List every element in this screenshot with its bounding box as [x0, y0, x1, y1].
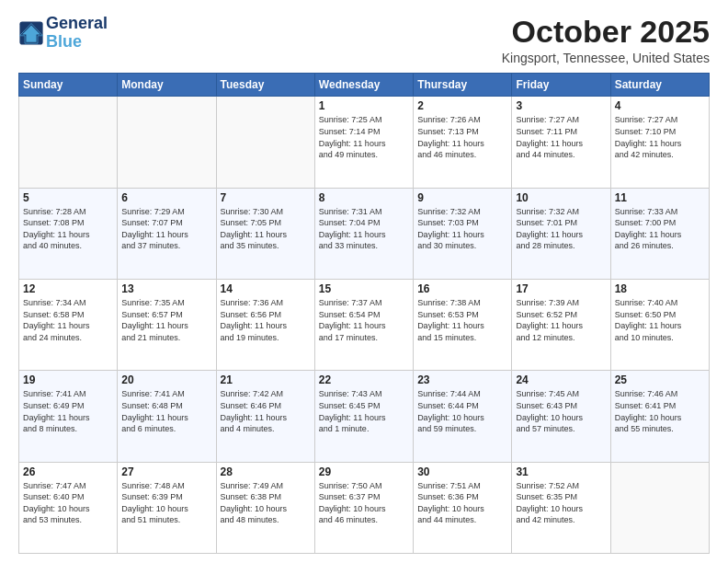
- calendar-cell-w3-d2: 13Sunrise: 7:35 AM Sunset: 6:57 PM Dayli…: [118, 280, 216, 371]
- main-title: October 2025: [502, 15, 710, 49]
- calendar-cell-w4-d6: 24Sunrise: 7:45 AM Sunset: 6:43 PM Dayli…: [512, 371, 610, 462]
- calendar-cell-w3-d6: 17Sunrise: 7:39 AM Sunset: 6:52 PM Dayli…: [512, 280, 610, 371]
- day-info: Sunrise: 7:25 AM Sunset: 7:14 PM Dayligh…: [319, 114, 409, 160]
- calendar-cell-w2-d6: 10Sunrise: 7:32 AM Sunset: 7:01 PM Dayli…: [512, 188, 610, 279]
- calendar-cell-w5-d5: 30Sunrise: 7:51 AM Sunset: 6:36 PM Dayli…: [414, 462, 512, 553]
- day-info: Sunrise: 7:42 AM Sunset: 6:46 PM Dayligh…: [221, 388, 311, 434]
- calendar-cell-w2-d2: 6Sunrise: 7:29 AM Sunset: 7:07 PM Daylig…: [118, 188, 216, 279]
- calendar-cell-w1-d4: 1Sunrise: 7:25 AM Sunset: 7:14 PM Daylig…: [314, 97, 413, 188]
- calendar-table: Sunday Monday Tuesday Wednesday Thursday…: [18, 73, 710, 554]
- day-number: 23: [417, 373, 507, 386]
- calendar-week-3: 12Sunrise: 7:34 AM Sunset: 6:58 PM Dayli…: [19, 280, 710, 371]
- col-friday: Friday: [512, 74, 610, 97]
- day-info: Sunrise: 7:33 AM Sunset: 7:00 PM Dayligh…: [615, 206, 705, 252]
- logo-text: General Blue: [46, 15, 108, 52]
- calendar-cell-w4-d3: 21Sunrise: 7:42 AM Sunset: 6:46 PM Dayli…: [216, 371, 314, 462]
- day-number: 13: [121, 282, 211, 295]
- col-tuesday: Tuesday: [216, 74, 314, 97]
- calendar-cell-w5-d3: 28Sunrise: 7:49 AM Sunset: 6:38 PM Dayli…: [216, 462, 314, 553]
- day-info: Sunrise: 7:44 AM Sunset: 6:44 PM Dayligh…: [417, 388, 507, 434]
- calendar-cell-w3-d5: 16Sunrise: 7:38 AM Sunset: 6:53 PM Dayli…: [414, 280, 512, 371]
- day-number: 6: [121, 191, 211, 204]
- logo-line2: Blue: [46, 33, 108, 52]
- day-number: 1: [319, 99, 409, 112]
- day-number: 19: [23, 373, 113, 386]
- day-info: Sunrise: 7:29 AM Sunset: 7:07 PM Dayligh…: [121, 206, 211, 252]
- day-info: Sunrise: 7:40 AM Sunset: 6:50 PM Dayligh…: [615, 297, 705, 343]
- logo-icon: [18, 20, 44, 46]
- day-number: 24: [516, 373, 606, 386]
- day-number: 3: [516, 99, 606, 112]
- day-info: Sunrise: 7:46 AM Sunset: 6:41 PM Dayligh…: [615, 388, 705, 434]
- day-number: 18: [615, 282, 705, 295]
- day-info: Sunrise: 7:45 AM Sunset: 6:43 PM Dayligh…: [516, 388, 606, 434]
- calendar-cell-w2-d5: 9Sunrise: 7:32 AM Sunset: 7:03 PM Daylig…: [414, 188, 512, 279]
- day-info: Sunrise: 7:47 AM Sunset: 6:40 PM Dayligh…: [23, 480, 113, 526]
- calendar-cell-w1-d6: 3Sunrise: 7:27 AM Sunset: 7:11 PM Daylig…: [512, 97, 610, 188]
- day-info: Sunrise: 7:50 AM Sunset: 6:37 PM Dayligh…: [319, 480, 409, 526]
- calendar-cell-w5-d1: 26Sunrise: 7:47 AM Sunset: 6:40 PM Dayli…: [19, 462, 118, 553]
- col-sunday: Sunday: [19, 74, 118, 97]
- day-info: Sunrise: 7:38 AM Sunset: 6:53 PM Dayligh…: [417, 297, 507, 343]
- col-monday: Monday: [118, 74, 216, 97]
- day-info: Sunrise: 7:43 AM Sunset: 6:45 PM Dayligh…: [319, 388, 409, 434]
- calendar-week-2: 5Sunrise: 7:28 AM Sunset: 7:08 PM Daylig…: [19, 188, 710, 279]
- day-info: Sunrise: 7:37 AM Sunset: 6:54 PM Dayligh…: [319, 297, 409, 343]
- day-info: Sunrise: 7:41 AM Sunset: 6:49 PM Dayligh…: [23, 388, 113, 434]
- calendar-cell-w5-d6: 31Sunrise: 7:52 AM Sunset: 6:35 PM Dayli…: [512, 462, 610, 553]
- day-number: 2: [417, 99, 507, 112]
- day-info: Sunrise: 7:51 AM Sunset: 6:36 PM Dayligh…: [417, 480, 507, 526]
- day-number: 31: [516, 465, 606, 478]
- day-info: Sunrise: 7:28 AM Sunset: 7:08 PM Dayligh…: [23, 206, 113, 252]
- calendar-cell-w1-d3: [216, 97, 314, 188]
- day-number: 28: [221, 465, 311, 478]
- calendar-cell-w4-d1: 19Sunrise: 7:41 AM Sunset: 6:49 PM Dayli…: [19, 371, 118, 462]
- calendar-week-5: 26Sunrise: 7:47 AM Sunset: 6:40 PM Dayli…: [19, 462, 710, 553]
- day-number: 21: [221, 373, 311, 386]
- calendar-cell-w3-d7: 18Sunrise: 7:40 AM Sunset: 6:50 PM Dayli…: [610, 280, 709, 371]
- day-number: 12: [23, 282, 113, 295]
- day-number: 5: [23, 191, 113, 204]
- day-number: 26: [23, 465, 113, 478]
- calendar-cell-w5-d4: 29Sunrise: 7:50 AM Sunset: 6:37 PM Dayli…: [314, 462, 413, 553]
- day-number: 10: [516, 191, 606, 204]
- day-info: Sunrise: 7:36 AM Sunset: 6:56 PM Dayligh…: [221, 297, 311, 343]
- logo-line1: General: [46, 15, 108, 33]
- calendar-cell-w3-d3: 14Sunrise: 7:36 AM Sunset: 6:56 PM Dayli…: [216, 280, 314, 371]
- calendar-cell-w5-d2: 27Sunrise: 7:48 AM Sunset: 6:39 PM Dayli…: [118, 462, 216, 553]
- col-wednesday: Wednesday: [314, 74, 413, 97]
- day-number: 30: [417, 465, 507, 478]
- day-number: 14: [221, 282, 311, 295]
- calendar-week-4: 19Sunrise: 7:41 AM Sunset: 6:49 PM Dayli…: [19, 371, 710, 462]
- day-info: Sunrise: 7:49 AM Sunset: 6:38 PM Dayligh…: [221, 480, 311, 526]
- header: General Blue October 2025 Kingsport, Ten…: [18, 15, 710, 65]
- calendar-cell-w2-d3: 7Sunrise: 7:30 AM Sunset: 7:05 PM Daylig…: [216, 188, 314, 279]
- day-info: Sunrise: 7:32 AM Sunset: 7:03 PM Dayligh…: [417, 206, 507, 252]
- day-info: Sunrise: 7:48 AM Sunset: 6:39 PM Dayligh…: [121, 480, 211, 526]
- calendar-cell-w2-d4: 8Sunrise: 7:31 AM Sunset: 7:04 PM Daylig…: [314, 188, 413, 279]
- day-number: 20: [121, 373, 211, 386]
- calendar-cell-w1-d1: [19, 97, 118, 188]
- calendar-cell-w4-d7: 25Sunrise: 7:46 AM Sunset: 6:41 PM Dayli…: [610, 371, 709, 462]
- day-info: Sunrise: 7:26 AM Sunset: 7:13 PM Dayligh…: [417, 114, 507, 160]
- day-info: Sunrise: 7:27 AM Sunset: 7:10 PM Dayligh…: [615, 114, 705, 160]
- calendar-cell-w3-d1: 12Sunrise: 7:34 AM Sunset: 6:58 PM Dayli…: [19, 280, 118, 371]
- calendar-cell-w1-d7: 4Sunrise: 7:27 AM Sunset: 7:10 PM Daylig…: [610, 97, 709, 188]
- day-number: 25: [615, 373, 705, 386]
- calendar-cell-w2-d7: 11Sunrise: 7:33 AM Sunset: 7:00 PM Dayli…: [610, 188, 709, 279]
- day-info: Sunrise: 7:35 AM Sunset: 6:57 PM Dayligh…: [121, 297, 211, 343]
- day-number: 17: [516, 282, 606, 295]
- day-info: Sunrise: 7:34 AM Sunset: 6:58 PM Dayligh…: [23, 297, 113, 343]
- calendar-cell-w5-d7: [610, 462, 709, 553]
- day-number: 27: [121, 465, 211, 478]
- col-thursday: Thursday: [414, 74, 512, 97]
- day-number: 11: [615, 191, 705, 204]
- day-info: Sunrise: 7:39 AM Sunset: 6:52 PM Dayligh…: [516, 297, 606, 343]
- calendar-cell-w3-d4: 15Sunrise: 7:37 AM Sunset: 6:54 PM Dayli…: [314, 280, 413, 371]
- calendar-cell-w2-d1: 5Sunrise: 7:28 AM Sunset: 7:08 PM Daylig…: [19, 188, 118, 279]
- subtitle: Kingsport, Tennessee, United States: [502, 51, 710, 65]
- day-info: Sunrise: 7:32 AM Sunset: 7:01 PM Dayligh…: [516, 206, 606, 252]
- day-info: Sunrise: 7:27 AM Sunset: 7:11 PM Dayligh…: [516, 114, 606, 160]
- day-info: Sunrise: 7:31 AM Sunset: 7:04 PM Dayligh…: [319, 206, 409, 252]
- day-number: 29: [319, 465, 409, 478]
